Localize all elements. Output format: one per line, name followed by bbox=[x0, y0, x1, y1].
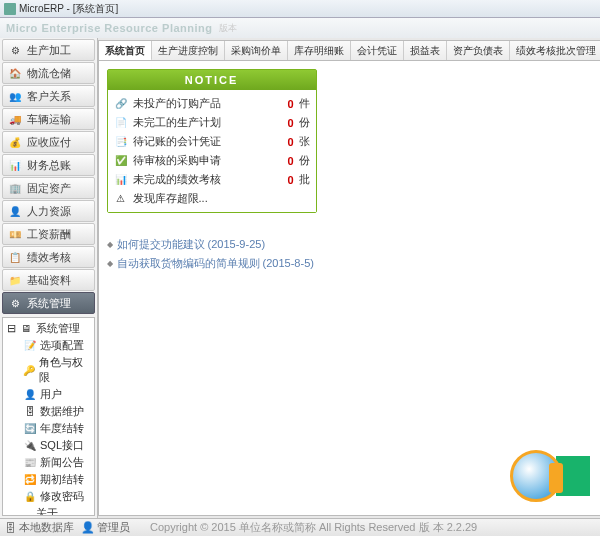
brand-bar: Micro Enterprise Resource Planning 版本 bbox=[0, 18, 600, 38]
nav-icon: ⚙ bbox=[8, 43, 22, 57]
nav-icon: 👤 bbox=[8, 204, 22, 218]
status-db: 🗄 本地数据库 bbox=[4, 520, 74, 535]
tree-item-icon: 📰 bbox=[23, 457, 37, 469]
brand-name: Micro Enterprise Resource Planning bbox=[6, 22, 213, 34]
folder-icon: 🖥 bbox=[19, 323, 33, 335]
nav-item-7[interactable]: 👤人力资源 bbox=[2, 200, 95, 222]
tree-item-7[interactable]: 🔁期初结转 bbox=[5, 471, 92, 488]
bullet-icon: ◆ bbox=[107, 240, 113, 249]
nav-item-2[interactable]: 👥客户关系 bbox=[2, 85, 95, 107]
tab-0[interactable]: 系统首页 bbox=[99, 41, 152, 61]
status-bar: 🗄 本地数据库 👤 管理员 Copyright © 2015 单位名称或简称 A… bbox=[0, 518, 600, 536]
nav-label: 物流仓储 bbox=[27, 66, 71, 81]
tree-item-0[interactable]: 📝选项配置 bbox=[5, 337, 92, 354]
nav-icon: 👥 bbox=[8, 89, 22, 103]
notice-unit: 件 bbox=[299, 96, 310, 111]
notice-unit: 张 bbox=[299, 134, 310, 149]
notice-body: 🔗未投产的订购产品0 件📄未完工的生产计划0 份📑待记账的会计凭证0 张✅待审核… bbox=[108, 90, 316, 212]
tree-item-icon: 👤 bbox=[23, 389, 37, 401]
notice-row-3[interactable]: ✅待审核的采购申请0 份 bbox=[114, 151, 310, 170]
tab-1[interactable]: 生产进度控制 bbox=[152, 41, 225, 60]
notice-row-0[interactable]: 🔗未投产的订购产品0 件 bbox=[114, 94, 310, 113]
tab-6[interactable]: 资产负债表 bbox=[447, 41, 510, 60]
tree-item-9[interactable]: ℹ关于MicroERP bbox=[5, 505, 92, 516]
nav-item-8[interactable]: 💴工资薪酬 bbox=[2, 223, 95, 245]
nav-icon: 💴 bbox=[8, 227, 22, 241]
notice-icon: 🔗 bbox=[114, 98, 128, 109]
brand-sub: 版本 bbox=[219, 22, 238, 35]
notice-unit: 份 bbox=[299, 153, 310, 168]
notice-label: 发现库存超限... bbox=[133, 191, 310, 206]
link-label: 如何提交功能建议 (2015-9-25) bbox=[117, 237, 266, 252]
notice-label: 未完工的生产计划 bbox=[133, 115, 279, 130]
notice-row-5[interactable]: ⚠发现库存超限... bbox=[114, 189, 310, 208]
nav-label: 生产加工 bbox=[27, 43, 71, 58]
tab-3[interactable]: 库存明细账 bbox=[288, 41, 351, 60]
nav-item-4[interactable]: 💰应收应付 bbox=[2, 131, 95, 153]
tree-item-label: 期初结转 bbox=[40, 472, 84, 487]
nav-item-0[interactable]: ⚙生产加工 bbox=[2, 39, 95, 61]
tree-item-icon: 🔁 bbox=[23, 474, 37, 486]
nav-icon: ⚙ bbox=[8, 296, 22, 310]
notice-count: 0 bbox=[284, 155, 294, 167]
link-1[interactable]: ◆自动获取货物编码的简单规则 (2015-8-5) bbox=[107, 254, 600, 273]
nav-list: ⚙生产加工🏠物流仓储👥客户关系🚚车辆运输💰应收应付📊财务总账🏢固定资产👤人力资源… bbox=[0, 38, 97, 315]
notice-row-4[interactable]: 📊未完成的绩效考核0 批 bbox=[114, 170, 310, 189]
nav-icon: 🏠 bbox=[8, 66, 22, 80]
tab-7[interactable]: 绩效考核批次管理 bbox=[510, 41, 600, 60]
nav-label: 车辆运输 bbox=[27, 112, 71, 127]
tree-item-icon: 📝 bbox=[23, 340, 37, 352]
tree-item-8[interactable]: 🔒修改密码 bbox=[5, 488, 92, 505]
nav-label: 人力资源 bbox=[27, 204, 71, 219]
tab-4[interactable]: 会计凭证 bbox=[351, 41, 404, 60]
notice-row-1[interactable]: 📄未完工的生产计划0 份 bbox=[114, 113, 310, 132]
tree-item-label: 选项配置 bbox=[40, 338, 84, 353]
notice-row-2[interactable]: 📑待记账的会计凭证0 张 bbox=[114, 132, 310, 151]
tree-root-label: 系统管理 bbox=[36, 321, 80, 336]
notice-icon: 📑 bbox=[114, 136, 128, 147]
tab-2[interactable]: 采购询价单 bbox=[225, 41, 288, 60]
notice-icon: ✅ bbox=[114, 155, 128, 166]
link-label: 自动获取货物编码的简单规则 (2015-8-5) bbox=[117, 256, 314, 271]
tree-item-6[interactable]: 📰新闻公告 bbox=[5, 454, 92, 471]
tree-item-label: 角色与权限 bbox=[39, 355, 90, 385]
notice-label: 待审核的采购申请 bbox=[133, 153, 279, 168]
nav-label: 系统管理 bbox=[27, 296, 71, 311]
nav-item-10[interactable]: 📁基础资料 bbox=[2, 269, 95, 291]
nav-item-1[interactable]: 🏠物流仓储 bbox=[2, 62, 95, 84]
nav-item-6[interactable]: 🏢固定资产 bbox=[2, 177, 95, 199]
tree-item-label: SQL接口 bbox=[40, 438, 84, 453]
window-title: MicroERP - [系统首页] bbox=[19, 2, 118, 16]
tab-5[interactable]: 损益表 bbox=[404, 41, 447, 60]
notice-panel: NOTICE 🔗未投产的订购产品0 件📄未完工的生产计划0 份📑待记账的会计凭证… bbox=[107, 69, 317, 213]
notice-count: 0 bbox=[284, 174, 294, 186]
nav-item-5[interactable]: 📊财务总账 bbox=[2, 154, 95, 176]
status-user: 👤 管理员 bbox=[82, 520, 130, 535]
tree-item-3[interactable]: 🗄数据维护 bbox=[5, 403, 92, 420]
tree-item-icon: 🔑 bbox=[23, 364, 36, 376]
tree-item-2[interactable]: 👤用户 bbox=[5, 386, 92, 403]
nav-item-11[interactable]: ⚙系统管理 bbox=[2, 292, 95, 314]
app-icon bbox=[4, 3, 16, 15]
notice-header: NOTICE bbox=[108, 70, 316, 90]
notice-count: 0 bbox=[284, 117, 294, 129]
tree-root[interactable]: ⊟ 🖥 系统管理 bbox=[5, 320, 92, 337]
link-0[interactable]: ◆如何提交功能建议 (2015-9-25) bbox=[107, 235, 600, 254]
tree-item-label: 数据维护 bbox=[40, 404, 84, 419]
nav-label: 基础资料 bbox=[27, 273, 71, 288]
tree-item-5[interactable]: 🔌SQL接口 bbox=[5, 437, 92, 454]
tree-item-4[interactable]: 🔄年度结转 bbox=[5, 420, 92, 437]
nav-icon: 📋 bbox=[8, 250, 22, 264]
notice-label: 待记账的会计凭证 bbox=[133, 134, 279, 149]
notice-label: 未投产的订购产品 bbox=[133, 96, 279, 111]
nav-icon: 📊 bbox=[8, 158, 22, 172]
notice-label: 未完成的绩效考核 bbox=[133, 172, 279, 187]
collapse-icon: ⊟ bbox=[7, 322, 16, 335]
tree-item-icon: 🔒 bbox=[23, 491, 37, 503]
main-panel: 系统首页生产进度控制采购询价单库存明细账会计凭证损益表资产负债表绩效考核批次管理… bbox=[98, 40, 600, 516]
nav-item-3[interactable]: 🚚车辆运输 bbox=[2, 108, 95, 130]
notice-unit: 批 bbox=[299, 172, 310, 187]
nav-item-9[interactable]: 📋绩效考核 bbox=[2, 246, 95, 268]
tree-item-1[interactable]: 🔑角色与权限 bbox=[5, 354, 92, 386]
status-user-label: 管理员 bbox=[97, 520, 130, 535]
